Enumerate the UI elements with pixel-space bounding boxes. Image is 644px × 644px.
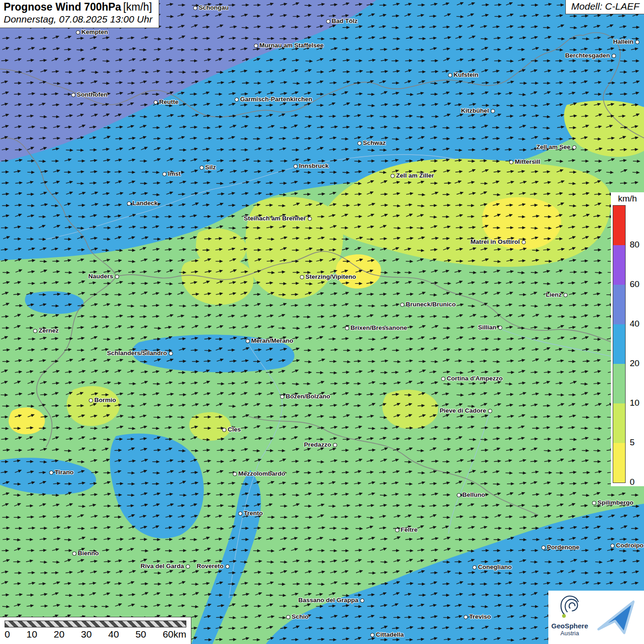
- scalebar-label: 0: [5, 629, 10, 640]
- scale-bar: 0102030405060km: [0, 617, 191, 644]
- blue-arrow-icon: [591, 591, 644, 644]
- scalebar-label: 30: [81, 629, 92, 640]
- wind-speed-legend: km/h 806040201050: [611, 192, 644, 486]
- geosphere-logo-box: GeoSphere Austria: [548, 591, 591, 644]
- page-title: Prognose Wind 700hPa: [4, 1, 121, 13]
- legend-tick-label: 5: [630, 437, 635, 448]
- legend-tick-label: 40: [630, 319, 639, 329]
- legend-tick-label: 80: [630, 240, 639, 250]
- wind-region-0-5: [9, 408, 45, 434]
- scalebar-label: 50: [135, 629, 146, 640]
- legend-color-segment: [613, 206, 625, 245]
- legend-tick-label: 60: [630, 279, 639, 289]
- legend-color-segment: [613, 324, 625, 364]
- legend-tick-label: 0: [630, 477, 635, 487]
- logo-text-geosphere: GeoSphere: [548, 622, 591, 630]
- legend-tick-label: 10: [630, 398, 639, 408]
- scalebar-label: 20: [54, 629, 64, 640]
- scalebar-label: 60km: [163, 629, 186, 640]
- legend-color-segment: [613, 245, 625, 285]
- forecast-datetime: Donnerstag, 07.08.2025 13:00 Uhr: [4, 14, 152, 25]
- arrow-logo-box: [591, 591, 644, 644]
- model-label: Modell: C-LAEF: [565, 0, 644, 14]
- geosphere-swirl-icon: [558, 593, 582, 619]
- logo-text-austria: Austria: [548, 630, 591, 637]
- legend-color-segment: [613, 403, 625, 443]
- legend-color-segment: [613, 443, 625, 483]
- scalebar-label: 40: [108, 629, 119, 640]
- legend-color-segment: [613, 364, 625, 403]
- scale-bar-labels: 0102030405060km: [5, 629, 186, 640]
- legend-colorbar: [613, 206, 625, 483]
- title-box: Prognose Wind 700hPa [km/h] Donnerstag, …: [0, 0, 159, 28]
- wind-map: [0, 0, 644, 644]
- scalebar-label: 10: [27, 629, 37, 640]
- wind-forecast-page: SchongauBad TölzKemptenMurnau am Staffel…: [0, 0, 644, 644]
- scale-bar-stripe: [5, 621, 186, 627]
- legend-color-segment: [613, 285, 625, 324]
- legend-unit-label: km/h: [611, 192, 644, 205]
- page-title-unit: [km/h]: [123, 1, 152, 13]
- legend-tick-label: 20: [630, 358, 639, 368]
- legend-body: 806040201050: [612, 206, 644, 483]
- wind-region-20-40: [132, 334, 294, 372]
